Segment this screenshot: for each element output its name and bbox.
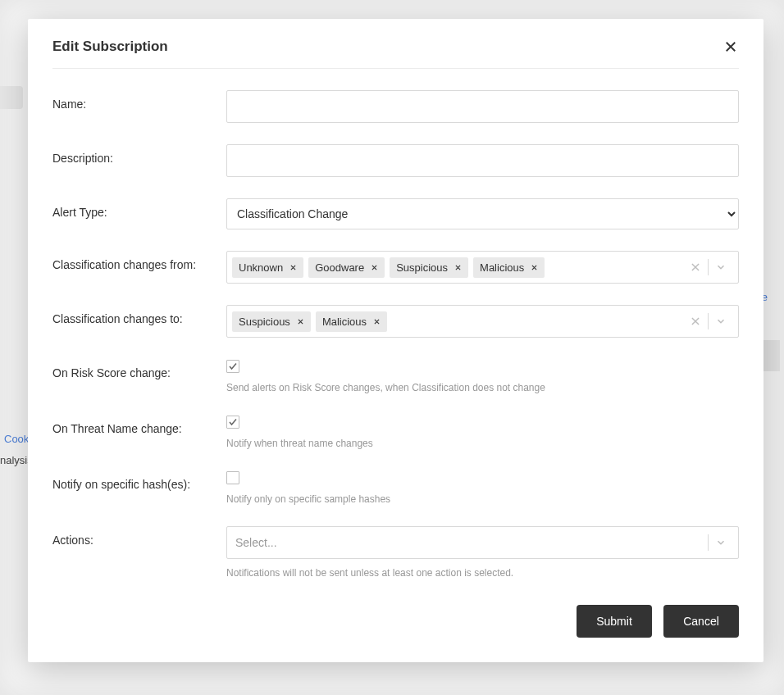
- background-bar-fragment: [763, 340, 780, 371]
- cancel-button[interactable]: Cancel: [663, 605, 739, 638]
- description-input[interactable]: [226, 144, 739, 177]
- threat-name-checkbox[interactable]: [226, 416, 239, 429]
- actions-label: Actions:: [52, 526, 226, 547]
- changes-to-select[interactable]: Suspicious Malicious: [226, 305, 739, 338]
- changes-to-tags-area: Suspicious Malicious: [232, 311, 683, 332]
- changes-from-label: Classification changes from:: [52, 251, 226, 271]
- tag-label: Suspicious: [239, 316, 290, 328]
- modal-header: Edit Subscription: [52, 19, 739, 69]
- chevron-down-icon: [715, 261, 727, 273]
- tag-remove-unknown[interactable]: [289, 264, 297, 271]
- background-tab-fragment: [0, 86, 23, 109]
- risk-score-helper: Send alerts on Risk Score changes, when …: [226, 382, 739, 393]
- actions-placeholder: Select...: [232, 536, 277, 549]
- check-icon: [228, 361, 238, 371]
- actions-tags-area: Select...: [232, 536, 708, 549]
- actions-row: Actions: Select... Notifications will no…: [52, 526, 739, 579]
- specific-hashes-label: Notify on specific hash(es):: [52, 470, 226, 491]
- actions-helper: Notifications will not be sent unless at…: [226, 567, 739, 579]
- actions-dropdown-toggle[interactable]: [709, 537, 733, 548]
- x-icon: [690, 316, 701, 327]
- name-label: Name:: [52, 90, 226, 111]
- background-text-cook: Cook: [4, 433, 29, 445]
- chevron-down-icon: [715, 537, 727, 548]
- edit-subscription-modal: Edit Subscription Name: Description: Ale…: [28, 19, 763, 662]
- alert-type-select[interactable]: Classification Change: [226, 198, 739, 229]
- threat-name-label: On Threat Name change:: [52, 415, 226, 435]
- name-input[interactable]: [226, 90, 739, 123]
- tag-remove-suspicious[interactable]: [454, 264, 462, 271]
- tag-label: Suspicious: [396, 261, 448, 274]
- tag-suspicious-to: Suspicious: [232, 311, 311, 332]
- name-row: Name:: [52, 90, 739, 123]
- actions-controls: [708, 530, 733, 555]
- changes-from-dropdown-toggle[interactable]: [709, 261, 733, 273]
- x-icon: [531, 264, 538, 271]
- tag-malicious-to: Malicious: [316, 311, 387, 332]
- x-icon: [289, 264, 297, 271]
- tag-label: Malicious: [480, 261, 524, 274]
- specific-hashes-helper: Notify only on specific sample hashes: [226, 493, 739, 505]
- risk-score-checkbox[interactable]: [226, 360, 239, 373]
- changes-from-row: Classification changes from: Unknown Goo…: [52, 251, 739, 284]
- actions-select[interactable]: Select...: [226, 526, 739, 559]
- tag-goodware: Goodware: [308, 257, 385, 278]
- tag-label: Malicious: [322, 316, 367, 328]
- changes-to-controls: [683, 309, 733, 334]
- changes-from-tags-area: Unknown Goodware Suspicious Malicious: [232, 257, 683, 278]
- description-row: Description:: [52, 144, 739, 177]
- tag-unknown: Unknown: [232, 257, 303, 278]
- changes-from-select[interactable]: Unknown Goodware Suspicious Malicious: [226, 251, 739, 284]
- description-label: Description:: [52, 144, 226, 165]
- changes-to-label: Classification changes to:: [52, 305, 226, 325]
- close-icon: [723, 39, 738, 54]
- tag-remove-malicious-to[interactable]: [373, 318, 381, 325]
- alert-type-row: Alert Type: Classification Change: [52, 198, 739, 229]
- tag-remove-malicious[interactable]: [531, 264, 538, 271]
- tag-label: Goodware: [315, 261, 364, 274]
- alert-type-label: Alert Type:: [52, 198, 226, 219]
- x-icon: [690, 261, 701, 273]
- x-icon: [297, 318, 304, 325]
- x-icon: [454, 264, 462, 271]
- tag-remove-goodware[interactable]: [371, 264, 378, 271]
- x-icon: [371, 264, 378, 271]
- tag-remove-suspicious-to[interactable]: [297, 318, 304, 325]
- risk-score-label: On Risk Score change:: [52, 359, 226, 379]
- risk-score-row: On Risk Score change: Send alerts on Ris…: [52, 359, 739, 393]
- x-icon: [373, 318, 381, 325]
- modal-title: Edit Subscription: [52, 39, 168, 55]
- chevron-down-icon: [715, 316, 727, 327]
- changes-to-row: Classification changes to: Suspicious Ma…: [52, 305, 739, 338]
- changes-from-controls: [683, 255, 733, 279]
- changes-to-dropdown-toggle[interactable]: [709, 316, 733, 327]
- check-icon: [228, 417, 238, 427]
- modal-footer: Submit Cancel: [52, 605, 739, 638]
- specific-hashes-row: Notify on specific hash(es): Notify only…: [52, 470, 739, 505]
- threat-name-row: On Threat Name change: Notify when threa…: [52, 415, 739, 449]
- submit-button[interactable]: Submit: [577, 605, 652, 638]
- changes-from-clear-all[interactable]: [683, 261, 708, 273]
- threat-name-helper: Notify when threat name changes: [226, 438, 739, 449]
- changes-to-clear-all[interactable]: [683, 316, 708, 327]
- tag-label: Unknown: [239, 261, 283, 274]
- specific-hashes-checkbox[interactable]: [226, 471, 239, 484]
- tag-suspicious: Suspicious: [390, 257, 468, 278]
- close-button[interactable]: [722, 39, 739, 55]
- tag-malicious: Malicious: [473, 257, 545, 278]
